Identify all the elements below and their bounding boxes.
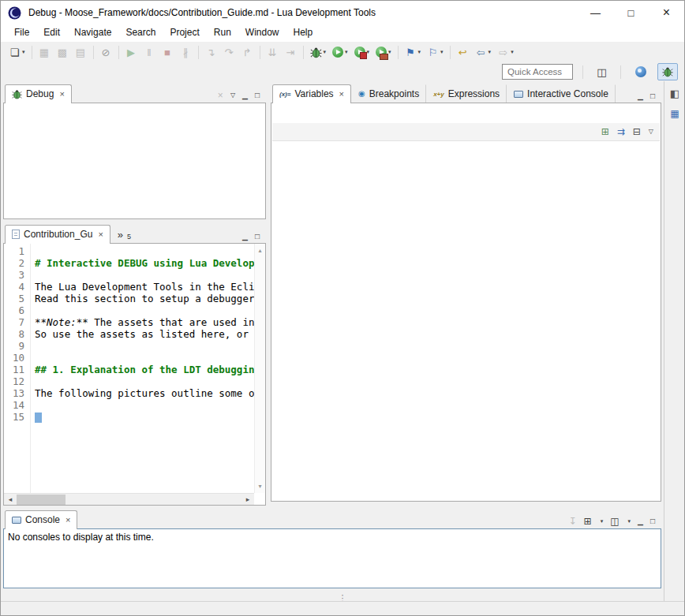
window-close-button[interactable]: × [649, 1, 684, 24]
scroll-down-icon[interactable]: ▾ [258, 483, 261, 490]
menu-run[interactable]: Run [207, 25, 238, 41]
code-line[interactable] [35, 245, 254, 257]
menu-edit[interactable]: Edit [36, 25, 67, 41]
display-selected-console-icon[interactable]: ◫ [610, 517, 619, 526]
dropdown-icon[interactable]: ▾ [601, 518, 604, 525]
new-button[interactable]: ❏▾ [6, 43, 28, 61]
line-number[interactable]: 10 [4, 352, 30, 364]
tab-debug[interactable]: Debug × [5, 84, 72, 103]
forward-button[interactable]: ⇨▾ [495, 43, 516, 61]
more-editors-chevron[interactable]: »5 [110, 225, 137, 243]
tab-contribution-guide[interactable]: Contribution_Gu × [5, 225, 110, 244]
line-number[interactable]: 1 [4, 245, 30, 257]
menu-file[interactable]: File [7, 25, 36, 41]
line-number[interactable]: 15 [4, 411, 30, 423]
terminate-button[interactable]: ■ [159, 43, 176, 61]
code-line[interactable] [35, 269, 254, 281]
drop-to-frame-button[interactable]: ⇊ [264, 43, 281, 61]
window-maximize-button[interactable]: □ [613, 1, 649, 24]
search-button[interactable]: ⊘ [98, 43, 114, 61]
restore-minimized-view-icon[interactable]: ◧ [670, 88, 679, 99]
step-over-button[interactable]: ↷ [221, 43, 238, 61]
line-number[interactable]: 2 [4, 257, 30, 269]
code-line[interactable]: # Interactive DEBUG using Lua Develop [35, 257, 254, 269]
back-button[interactable]: ⇦▾ [473, 43, 494, 61]
line-number[interactable]: 12 [4, 375, 30, 387]
dropdown-icon[interactable]: ▾ [488, 49, 492, 55]
show-type-names-icon[interactable]: ⊞ [601, 127, 609, 136]
dropdown-icon[interactable]: ▾ [324, 49, 327, 55]
line-number[interactable]: 7 [4, 316, 30, 328]
code-line[interactable]: The Lua Development Tools in the Ecli [35, 281, 254, 293]
remove-all-terminated-icon[interactable]: × [218, 91, 223, 100]
close-icon[interactable]: × [339, 89, 344, 99]
collapse-all-icon[interactable]: ⊟ [633, 127, 641, 136]
code-line[interactable] [35, 375, 254, 387]
previous-annotation-button[interactable]: ⚐▾ [425, 43, 446, 61]
quick-access-input[interactable] [502, 64, 573, 80]
view-menu-icon[interactable]: ▽ [230, 92, 235, 99]
menu-help[interactable]: Help [286, 25, 320, 41]
maximize-icon[interactable]: □ [650, 517, 655, 525]
dropdown-icon[interactable]: ▾ [440, 49, 444, 55]
save-all-button[interactable]: ▩ [54, 43, 71, 61]
code-line[interactable] [35, 340, 254, 352]
code-line[interactable] [35, 304, 254, 316]
code-line[interactable] [35, 399, 254, 411]
horizontal-scrollbar[interactable]: ◂ ▸ [4, 493, 254, 505]
save-button[interactable]: ▦ [36, 43, 53, 61]
dropdown-icon[interactable]: ▾ [388, 49, 391, 55]
scroll-right-icon[interactable]: ▸ [241, 495, 254, 503]
dropdown-icon[interactable]: ▾ [22, 49, 25, 55]
open-perspective-button[interactable]: ◫ [593, 63, 610, 80]
minimize-icon[interactable]: ▁ [242, 92, 248, 99]
last-edit-location-button[interactable]: ↩ [455, 43, 471, 61]
use-step-filters-button[interactable]: ⇥ [283, 43, 299, 61]
debug-perspective-button[interactable] [657, 63, 678, 80]
code-line[interactable] [35, 352, 254, 364]
line-number[interactable]: 4 [4, 281, 30, 293]
code-line[interactable]: ## 1. Explanation of the LDT debuggin [35, 364, 254, 375]
code-line[interactable]: Read this section to setup a debugger [35, 293, 254, 304]
tab-interactive-console[interactable]: Interactive Console [507, 84, 616, 103]
step-into-button[interactable]: ↴ [203, 43, 219, 61]
dropdown-icon[interactable]: ▾ [511, 49, 514, 55]
debug-button[interactable]: ▾ [308, 43, 329, 61]
line-number[interactable]: 13 [4, 387, 30, 399]
code-line[interactable]: **Note:** The assets that are used in [35, 316, 254, 328]
scroll-left-icon[interactable]: ◂ [4, 495, 17, 503]
menu-navigate[interactable]: Navigate [67, 25, 118, 41]
minimize-icon[interactable]: ▁ [242, 233, 248, 241]
tab-expressions[interactable]: x+y Expressions [426, 84, 507, 103]
view-menu-icon[interactable]: ▽ [649, 129, 653, 135]
code-line[interactable] [35, 411, 254, 423]
scroll-up-icon[interactable]: ▴ [258, 247, 261, 254]
line-number[interactable]: 3 [4, 269, 30, 281]
maximize-icon[interactable]: □ [255, 233, 260, 241]
suspend-button[interactable]: ‖ [141, 43, 158, 61]
disconnect-button[interactable]: ∦ [178, 43, 194, 61]
step-return-button[interactable]: ↱ [239, 43, 256, 61]
dropdown-icon[interactable]: ▾ [345, 49, 348, 55]
minimize-icon[interactable]: ▁ [638, 93, 643, 100]
next-annotation-button[interactable]: ⚑▾ [402, 43, 424, 61]
line-number[interactable]: 14 [4, 399, 30, 411]
minimize-icon[interactable]: ▁ [638, 518, 643, 525]
line-number[interactable]: 11 [4, 364, 30, 375]
tab-console[interactable]: Console × [5, 510, 77, 529]
maximize-icon[interactable]: □ [255, 91, 260, 99]
dropdown-icon[interactable]: ▾ [418, 49, 421, 55]
close-icon[interactable]: × [66, 515, 70, 525]
maximize-icon[interactable]: □ [650, 92, 655, 100]
tab-breakpoints[interactable]: ◉ Breakpoints [351, 84, 426, 103]
window-minimize-button[interactable]: — [578, 1, 613, 24]
tab-variables[interactable]: (x)= Variables × [272, 84, 351, 103]
line-number[interactable]: 8 [4, 328, 30, 340]
menu-project[interactable]: Project [163, 25, 206, 41]
resume-button[interactable]: ▶ [123, 43, 140, 61]
pin-console-icon[interactable]: ↧ [569, 517, 577, 526]
dropdown-icon[interactable]: ▾ [367, 49, 370, 55]
code-line[interactable]: So use the assets as listed here, or [35, 328, 254, 340]
minimized-view-grid-icon[interactable]: ▦ [670, 108, 679, 119]
line-number[interactable]: 6 [4, 304, 30, 316]
